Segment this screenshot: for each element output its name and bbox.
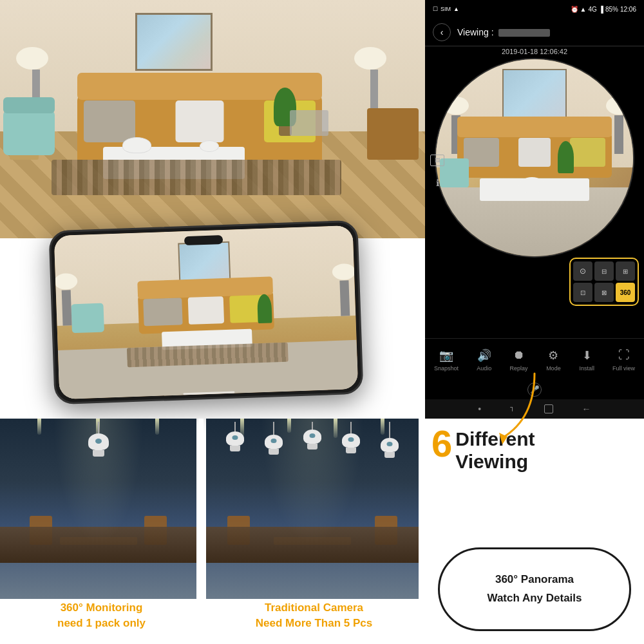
alarm-icon: ⏰: [571, 6, 578, 13]
status-left-icons: ☐ SIM ▲: [433, 6, 459, 12]
wifi-strength-icon: ▲: [580, 6, 587, 13]
phone-chair: [71, 303, 105, 334]
mode-icon-quad[interactable]: ⊡: [573, 283, 592, 302]
arrow-pointer: [496, 367, 573, 447]
audio-icon: 🔊: [477, 348, 492, 363]
top-room-image: [0, 0, 425, 238]
audio-label: Audio: [477, 365, 491, 372]
replay-icon: ⏺: [511, 348, 527, 363]
back-icon: ‹: [440, 27, 444, 37]
ceiling-light-1: [37, 419, 41, 435]
mode-icon-grid4[interactable]: ⊞: [616, 261, 635, 281]
nav-recents-icon[interactable]: ←: [582, 404, 591, 414]
chair-left: [3, 110, 55, 155]
status-right-icons: ⏰ ▲ 4G ▐ 85% 12:06: [571, 6, 636, 13]
time-display: 12:06: [620, 6, 636, 13]
header-title: Viewing :: [457, 27, 636, 37]
toolbar-snapshot[interactable]: 📷 Snapshot: [434, 348, 459, 372]
label-trad-line1: Traditional Camera: [209, 600, 419, 616]
mode-icon-circle[interactable]: ⊙: [573, 261, 592, 281]
toolbar-fullview[interactable]: ⛶ Full view: [612, 348, 635, 372]
multi-camera-bulbs: [206, 422, 419, 458]
phone-lamp-right: [339, 280, 350, 316]
mode-icon-dual[interactable]: ⊠: [594, 283, 614, 302]
right-lamp: [364, 47, 386, 115]
4g-icon: 4G: [589, 6, 597, 13]
status-bar: ☐ SIM ▲ ⏰ ▲ 4G ▐ 85% 12:06: [425, 0, 644, 18]
feed-painting: [502, 69, 567, 120]
label-360-line1: 360° Monitoring: [6, 600, 196, 616]
label-360-line2: need 1 pack only: [6, 616, 196, 631]
feed-sofa: [457, 133, 612, 178]
timestamp: 2019-01-18 12:06:42: [425, 46, 644, 57]
right-cabinet: [367, 108, 419, 160]
throw-blanket: [290, 110, 328, 136]
floor-dark: [0, 527, 196, 563]
mode-icon-split2[interactable]: ⊟: [594, 261, 614, 281]
wall-painting: [135, 13, 213, 71]
label-traditional-container: Traditional Camera Need More Than 5 Pcs: [209, 600, 419, 631]
feed-teapot: [519, 177, 545, 193]
install-label: Install: [579, 365, 594, 372]
app-screenshot: ☐ SIM ▲ ⏰ ▲ 4G ▐ 85% 12:06 ‹ Viewing : 2…: [425, 0, 644, 419]
snapshot-label: Snapshot: [434, 365, 459, 372]
camera-feed: [435, 58, 634, 258]
mode-icon: ⚙: [545, 348, 561, 363]
bottom-left-image: [0, 419, 196, 599]
info-icon[interactable]: ℹ: [430, 176, 444, 190]
toolbar-install[interactable]: ⬇ Install: [579, 348, 594, 372]
feed-plant: [558, 141, 574, 173]
gallery-icon[interactable]: 🖼: [430, 155, 444, 166]
label-360-container: 360° Monitoring need 1 pack only: [6, 600, 196, 631]
right-info-panel: 6 DifferentViewing 360° Panorama Watch A…: [425, 419, 644, 644]
fullview-icon: ⛶: [616, 348, 632, 363]
install-icon: ⬇: [579, 348, 594, 363]
wifi-icon: ▲: [453, 6, 459, 12]
notification-icon: ☐: [433, 6, 438, 12]
battery-icon: 85%: [605, 6, 618, 13]
nav-dot-icon[interactable]: •: [478, 404, 481, 414]
mode-icon-360[interactable]: 360: [616, 283, 635, 302]
camera-bulbs: [88, 422, 109, 457]
back-button[interactable]: ‹: [433, 23, 451, 41]
left-camera-icons: 🖼 ℹ: [430, 155, 444, 190]
rug: [52, 160, 341, 195]
snapshot-icon: 📷: [439, 348, 454, 363]
label-trad-line2: Need More Than 5 Pcs: [209, 616, 419, 631]
phone-sofa: [138, 291, 274, 334]
phone-mockup: [48, 220, 363, 405]
oval-text: 360° Panorama Watch Any Details: [487, 571, 582, 608]
six-number: 6: [431, 425, 452, 462]
phone-notch: [184, 235, 223, 245]
floor-dark-r: [206, 527, 419, 563]
signal-bars-icon: ▐: [599, 6, 603, 13]
phone-lamp-left: [62, 290, 72, 325]
feed-lamp-right: [614, 115, 623, 154]
mode-icons-container: ⊙ ⊟ ⊞ ⊡ ⊠ 360: [569, 258, 639, 306]
fullview-label: Full view: [612, 365, 635, 372]
toolbar-audio[interactable]: 🔊 Audio: [477, 348, 492, 372]
app-header: ‹ Viewing :: [425, 18, 644, 46]
header-blurred-text: [498, 29, 550, 37]
image-divider: [198, 419, 204, 602]
sim-icon: SIM: [440, 6, 451, 12]
bottom-right-image: [206, 419, 419, 599]
oval-info-box: 360° Panorama Watch Any Details: [438, 547, 631, 631]
ceiling-light-3: [155, 419, 159, 435]
